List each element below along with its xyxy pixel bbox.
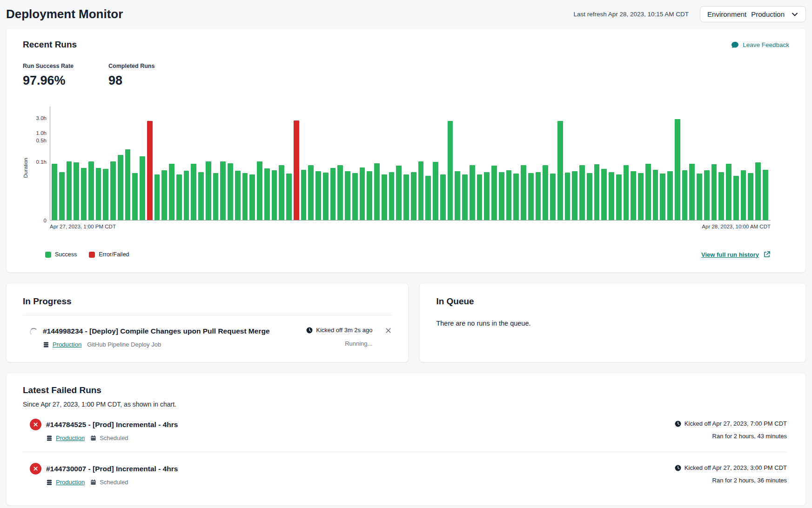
chart-bar-success[interactable] [235, 171, 241, 220]
chart-bar-success[interactable] [315, 171, 321, 220]
chart-bar-success[interactable] [67, 161, 72, 220]
chart-bar-success[interactable] [660, 174, 665, 220]
environment-link[interactable]: Production [43, 341, 81, 348]
chart-bar-success[interactable] [631, 171, 636, 220]
chart-bar-success[interactable] [103, 169, 108, 220]
leave-feedback-link[interactable]: Leave Feedback [731, 41, 789, 49]
chart-bar-success[interactable] [624, 165, 629, 220]
chart-bar-success[interactable] [704, 170, 710, 220]
chart-bar-success[interactable] [477, 174, 483, 220]
chart-bar-success[interactable] [536, 172, 541, 220]
chart-bar-success[interactable] [653, 170, 658, 220]
chart-bar-success[interactable] [484, 172, 490, 220]
chart-bar-success[interactable] [711, 164, 717, 220]
chart-bar-success[interactable] [506, 170, 512, 220]
chart-bar-success[interactable] [88, 161, 94, 220]
chart-bar-success[interactable] [301, 170, 307, 220]
chart-bar-success[interactable] [389, 172, 395, 220]
chart-bar-success[interactable] [513, 174, 519, 220]
chart-bar-success[interactable] [455, 171, 460, 220]
chart-bar-success[interactable] [403, 174, 409, 220]
chart-bar-success[interactable] [206, 161, 211, 220]
chart-bar-success[interactable] [132, 173, 138, 220]
chart-bar-success[interactable] [491, 166, 497, 220]
chart-bar-success[interactable] [279, 165, 284, 220]
chart-bar-success[interactable] [242, 173, 248, 220]
chart-bar-success[interactable] [118, 155, 123, 220]
chart-bar-success[interactable] [213, 173, 219, 220]
chart-bar-success[interactable] [411, 172, 416, 220]
chart-bar-success[interactable] [367, 171, 372, 220]
chart-bar-success[interactable] [470, 165, 475, 220]
chart-bar-success[interactable] [528, 173, 534, 220]
environment-select[interactable]: Environment Production [700, 6, 806, 22]
chart-bar-success[interactable] [110, 161, 116, 220]
chart-bar-success[interactable] [733, 176, 739, 220]
chart-bar-success[interactable] [59, 172, 65, 220]
chart-bar-success[interactable] [448, 121, 453, 220]
environment-link[interactable]: Production [46, 479, 85, 486]
chart-bar-success[interactable] [264, 168, 270, 220]
chart-bar-success[interactable] [169, 164, 174, 220]
chart-bar-success[interactable] [249, 174, 255, 220]
chart-bar-success[interactable] [191, 164, 196, 220]
chart-bar-success[interactable] [763, 170, 768, 220]
chart-bar-success[interactable] [74, 162, 79, 220]
chart-bar-success[interactable] [579, 165, 585, 220]
chart-bar-success[interactable] [682, 170, 688, 220]
chart-bar-success[interactable] [257, 161, 262, 220]
chart-bar-success[interactable] [755, 162, 761, 220]
chart-bar-success[interactable] [638, 173, 644, 220]
chart-bar-success[interactable] [154, 174, 160, 220]
chart-bar-success[interactable] [601, 169, 607, 220]
chart-bar-success[interactable] [198, 172, 204, 220]
chart-bar-success[interactable] [161, 170, 167, 220]
chart-bar-success[interactable] [594, 164, 600, 220]
chart-bar-success[interactable] [667, 171, 673, 220]
chart-bar-success[interactable] [726, 164, 731, 220]
chart-bar-success[interactable] [440, 174, 446, 220]
chart-bar-success[interactable] [228, 163, 233, 220]
chart-bar-success[interactable] [220, 161, 226, 220]
chart-bar-success[interactable] [565, 173, 570, 220]
chart-bar-success[interactable] [557, 121, 563, 220]
chart-bar-success[interactable] [374, 163, 380, 220]
chart-bar-success[interactable] [609, 172, 614, 220]
chart-bar-success[interactable] [697, 174, 702, 220]
chart-bar-success[interactable] [382, 174, 387, 220]
chart-bar-success[interactable] [286, 174, 292, 220]
chart-bar-success[interactable] [689, 164, 695, 220]
chart-bar-success[interactable] [675, 119, 680, 220]
chart-bar-success[interactable] [645, 164, 651, 220]
chart-bar-success[interactable] [81, 168, 87, 220]
chart-bar-success[interactable] [352, 173, 358, 220]
chart-bar-success[interactable] [550, 174, 556, 220]
chart-bar-success[interactable] [521, 165, 526, 220]
environment-link[interactable]: Production [46, 434, 85, 441]
close-icon[interactable] [385, 327, 392, 334]
chart-bar-success[interactable] [184, 171, 189, 220]
chart-bar-success[interactable] [272, 170, 277, 220]
chart-bar-success[interactable] [587, 173, 592, 220]
chart-bar-failed[interactable] [294, 120, 299, 220]
chart-bar-success[interactable] [360, 167, 365, 220]
chart-bar-success[interactable] [425, 176, 431, 220]
chart-bar-success[interactable] [96, 168, 101, 220]
chart-bar-success[interactable] [499, 172, 504, 220]
chart-bar-success[interactable] [396, 166, 402, 220]
chart-bar-success[interactable] [345, 171, 350, 220]
chart-bar-success[interactable] [140, 156, 145, 220]
chart-bar-success[interactable] [543, 165, 548, 220]
chart-bar-failed[interactable] [147, 121, 153, 220]
chart-bar-success[interactable] [741, 170, 746, 220]
chart-bar-success[interactable] [337, 165, 343, 220]
chart-bar-success[interactable] [616, 174, 622, 220]
chart-bar-success[interactable] [418, 161, 424, 220]
chart-bar-success[interactable] [52, 164, 57, 220]
chart-bar-success[interactable] [308, 165, 314, 220]
chart-bar-success[interactable] [433, 162, 438, 220]
chart-bar-success[interactable] [462, 174, 468, 220]
chart-bar-success[interactable] [323, 173, 329, 220]
chart-bar-success[interactable] [125, 149, 131, 220]
chart-bar-success[interactable] [176, 174, 182, 220]
